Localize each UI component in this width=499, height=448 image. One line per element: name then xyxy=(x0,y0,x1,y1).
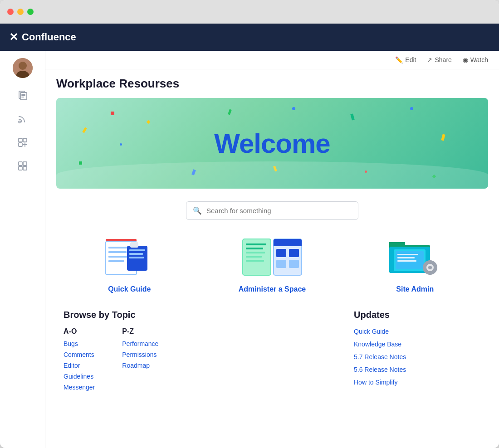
topic-col-ao: A-O Bugs Comments Editor Guidelines Mess… xyxy=(64,327,95,394)
svg-rect-30 xyxy=(246,243,266,245)
update-link-56-release[interactable]: 5.6 Release Notes xyxy=(354,366,406,373)
watch-button[interactable]: ◉ Watch xyxy=(463,56,488,63)
app-window: ✕ Confluence xyxy=(0,0,499,448)
share-icon: ↗ xyxy=(427,56,432,63)
edit-icon: ✏️ xyxy=(395,56,403,63)
svg-rect-47 xyxy=(397,254,418,255)
svg-point-52 xyxy=(428,266,432,269)
administer-space-card[interactable]: Administer a Space xyxy=(239,234,306,293)
topic-link-permissions[interactable]: Permissions xyxy=(122,351,158,358)
browse-title: Browse by Topic xyxy=(64,310,336,320)
svg-rect-27 xyxy=(129,257,144,258)
svg-rect-56 xyxy=(435,266,437,269)
confetti-7 xyxy=(82,127,87,133)
svg-rect-31 xyxy=(246,248,263,249)
svg-rect-49 xyxy=(397,260,416,262)
minimize-button[interactable] xyxy=(17,9,24,15)
browse-section: Browse by Topic A-O Bugs Comments Editor… xyxy=(45,301,499,404)
administer-space-icon xyxy=(240,234,304,280)
svg-rect-14 xyxy=(19,162,22,166)
svg-rect-23 xyxy=(108,260,124,262)
administer-space-label: Administer a Space xyxy=(239,285,306,293)
svg-rect-48 xyxy=(397,257,415,258)
svg-rect-55 xyxy=(423,266,426,269)
share-button[interactable]: ↗ Share xyxy=(427,56,451,63)
updates-list: Quick Guide Knowledge Base 5.7 Release N… xyxy=(354,327,481,386)
topic-link-editor[interactable]: Editor xyxy=(64,362,95,369)
sidebar xyxy=(0,51,45,448)
list-item: How to Simplify xyxy=(354,378,481,386)
maximize-button[interactable] xyxy=(27,9,34,15)
svg-rect-26 xyxy=(129,253,143,255)
svg-rect-39 xyxy=(289,249,299,257)
svg-point-8 xyxy=(19,121,20,123)
search-input[interactable] xyxy=(206,207,352,214)
update-link-quick-guide[interactable]: Quick Guide xyxy=(354,328,389,335)
search-area: 🔍 xyxy=(45,196,499,225)
page-title: Workplace Resourses xyxy=(56,77,488,91)
updates-section: Updates Quick Guide Knowledge Base 5.7 R… xyxy=(354,310,481,394)
svg-rect-22 xyxy=(108,256,130,258)
topic-columns: A-O Bugs Comments Editor Guidelines Mess… xyxy=(64,327,336,394)
svg-rect-28 xyxy=(130,242,138,248)
site-admin-icon xyxy=(383,234,447,280)
confetti-4 xyxy=(292,107,295,110)
confetti-10 xyxy=(79,161,82,165)
update-link-how-to-simplify[interactable]: How to Simplify xyxy=(354,379,397,386)
sidebar-item-feed[interactable] xyxy=(9,109,36,129)
avatar-image xyxy=(13,58,33,78)
action-bar: ✏️ Edit ↗ Share ◉ Watch xyxy=(45,51,499,69)
list-item: Knowledge Base xyxy=(354,340,481,348)
quick-guide-label: Quick Guide xyxy=(108,285,151,293)
svg-rect-16 xyxy=(19,166,22,170)
confetti-9 xyxy=(441,134,445,141)
svg-rect-32 xyxy=(246,252,265,253)
logo-text: Confluence xyxy=(22,31,76,43)
edit-button[interactable]: ✏️ Edit xyxy=(395,56,416,63)
topic-link-roadmap[interactable]: Roadmap xyxy=(122,362,158,369)
logo-icon: ✕ xyxy=(9,31,18,44)
main-layout: ✏️ Edit ↗ Share ◉ Watch Workplace Resour… xyxy=(0,51,499,448)
confetti-5 xyxy=(350,113,354,120)
site-admin-card[interactable]: Site Admin xyxy=(383,234,447,293)
topic-link-comments[interactable]: Comments xyxy=(64,351,95,358)
updates-title: Updates xyxy=(354,310,481,320)
list-item: 5.6 Release Notes xyxy=(354,365,481,374)
pages-icon xyxy=(17,90,28,101)
quick-guide-svg xyxy=(102,237,157,278)
svg-rect-4 xyxy=(20,93,27,100)
content-area: ✏️ Edit ↗ Share ◉ Watch Workplace Resour… xyxy=(45,51,499,448)
feed-icon xyxy=(17,113,28,124)
topic-link-performance[interactable]: Performance xyxy=(122,340,158,347)
edit-label: Edit xyxy=(405,56,416,63)
share-label: Share xyxy=(435,56,451,63)
logo[interactable]: ✕ Confluence xyxy=(9,31,76,44)
sidebar-item-shortcuts[interactable] xyxy=(9,132,36,152)
topic-link-messenger[interactable]: Messenger xyxy=(64,384,95,391)
topic-link-guidelines[interactable]: Guidelines xyxy=(64,373,95,380)
svg-rect-20 xyxy=(108,247,129,248)
confetti-8 xyxy=(120,143,122,146)
topic-link-bugs[interactable]: Bugs xyxy=(64,340,95,347)
confetti-2 xyxy=(147,120,150,124)
hero-wave xyxy=(56,161,488,189)
list-item: 5.7 Release Notes xyxy=(354,353,481,361)
update-link-knowledge-base[interactable]: Knowledge Base xyxy=(354,341,401,348)
svg-rect-38 xyxy=(276,249,286,257)
hero-banner: Welcome xyxy=(56,98,488,189)
sidebar-item-pages[interactable] xyxy=(9,85,36,105)
title-bar xyxy=(0,0,499,24)
site-admin-label: Site Admin xyxy=(396,285,434,293)
close-button[interactable] xyxy=(7,9,14,15)
cards-row: Quick Guide xyxy=(45,225,499,301)
sidebar-item-spaces[interactable] xyxy=(9,156,36,176)
quick-guide-card[interactable]: Quick Guide xyxy=(98,234,161,293)
svg-rect-17 xyxy=(23,166,27,170)
confetti-3 xyxy=(228,109,232,115)
svg-rect-53 xyxy=(429,260,431,263)
confetti-6 xyxy=(410,107,413,110)
browse-topics: Browse by Topic A-O Bugs Comments Editor… xyxy=(64,310,336,394)
avatar[interactable] xyxy=(13,58,33,78)
update-link-57-release[interactable]: 5.7 Release Notes xyxy=(354,353,406,360)
svg-rect-15 xyxy=(23,162,27,166)
